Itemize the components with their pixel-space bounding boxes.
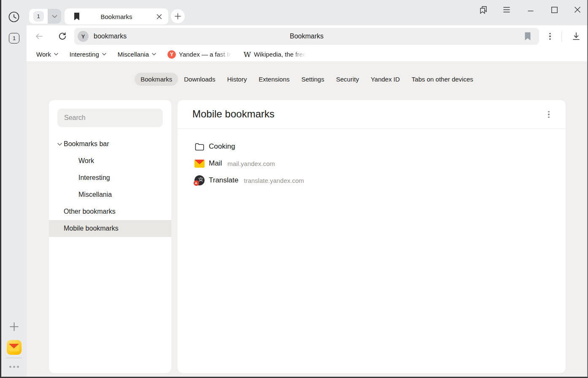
tab-other-devices[interactable]: Tabs on other devices (406, 73, 479, 86)
folder-label: Miscellania (118, 51, 149, 58)
yandex-favicon: Y (167, 50, 176, 59)
tab-group-control[interactable]: 1 (29, 9, 61, 24)
tree-item-miscellania[interactable]: Miscellania (49, 186, 171, 203)
tab-bookmarks[interactable]: Bookmarks (135, 73, 178, 86)
tab-security[interactable]: Security (330, 73, 365, 86)
toolbar: Y bookmarks Bookmarks (27, 25, 587, 47)
chevron-down-icon (54, 53, 58, 56)
more-apps-icon[interactable] (9, 366, 19, 368)
tree-item-mobile-bookmarks[interactable]: Mobile bookmarks (49, 220, 171, 237)
link-label: Wikipedia, the free (254, 51, 306, 58)
menu-icon[interactable] (501, 4, 512, 16)
search-input[interactable] (57, 109, 163, 127)
tree-item-work[interactable]: Work (49, 152, 171, 169)
tree-item-bookmarks-bar[interactable]: Bookmarks bar (49, 136, 171, 152)
bookmark-label: Mail (209, 159, 222, 168)
bookmarks-sidebar: Bookmarks bar Work Interesting Miscellan… (49, 100, 171, 373)
manager-nav: Bookmarks Downloads History Extensions S… (27, 73, 587, 86)
close-tab-icon[interactable] (155, 12, 163, 21)
tree-label: Work (78, 157, 94, 165)
bookmark-flag-icon[interactable] (524, 32, 531, 43)
bookmarks-bar-folder-miscellania[interactable]: Miscellania (118, 51, 156, 58)
bookmark-list: Cooking Mail mail.yandex.com A (178, 129, 566, 189)
chevron-down-icon (102, 53, 106, 56)
folder-tree: Bookmarks bar Work Interesting Miscellan… (49, 136, 171, 237)
reload-icon[interactable] (57, 30, 68, 42)
close-window-icon[interactable] (572, 4, 583, 16)
translate-badge: A (194, 180, 199, 186)
address-page-title: Bookmarks (74, 28, 539, 45)
tab-count: 1 (13, 35, 16, 41)
bookmarks-manager-page: Bookmarks Downloads History Extensions S… (27, 61, 587, 377)
tab-settings[interactable]: Settings (296, 73, 330, 86)
folder-label: Work (36, 51, 51, 58)
bookmarks-bar-folder-work[interactable]: Work (36, 51, 58, 58)
chevron-down-icon[interactable] (49, 143, 64, 146)
tree-label: Interesting (78, 174, 110, 182)
tab-counter-badge[interactable]: 1 (9, 33, 19, 44)
tree-label: Miscellania (78, 191, 112, 199)
tree-item-other-bookmarks[interactable]: Other bookmarks (49, 203, 171, 220)
page-title: Mobile bookmarks (192, 108, 275, 120)
tree-item-interesting[interactable]: Interesting (49, 169, 171, 186)
history-clock-icon[interactable] (8, 11, 20, 23)
list-item-translate[interactable]: A Translate translate.yandex.com (178, 172, 566, 189)
address-bar[interactable]: Y bookmarks Bookmarks (74, 28, 539, 45)
tab-group-count[interactable]: 1 (29, 9, 48, 24)
list-item-cooking[interactable]: Cooking (178, 138, 566, 155)
minimize-icon[interactable] (525, 4, 537, 16)
bookmarks-bar: Work Interesting Miscellania Y Yandex — … (27, 47, 587, 61)
bookmark-url: translate.yandex.com (244, 177, 304, 184)
tab-history[interactable]: History (221, 73, 253, 86)
yandex-translate-icon: A (194, 175, 205, 186)
tab-downloads[interactable]: Downloads (178, 73, 221, 86)
tab-title: Bookmarks (65, 13, 168, 20)
link-label: Yandex — a fast In (179, 51, 232, 58)
bookmarks-main-panel: Mobile bookmarks Cooking Mai (178, 100, 566, 373)
side-rail: 1 (1, 0, 27, 377)
browser-window: 1 1 Bookmarks (0, 0, 588, 378)
bookmark-label: Translate (209, 176, 238, 185)
side-panel-icon[interactable] (477, 4, 489, 16)
folder-kebab-icon[interactable] (544, 109, 554, 120)
chevron-down-icon (152, 53, 156, 56)
yandex-mail-icon (194, 158, 205, 169)
list-item-mail[interactable]: Mail mail.yandex.com (178, 155, 566, 172)
tab-count-badge: 1 (33, 11, 44, 22)
new-tab-button[interactable] (171, 9, 185, 23)
tab-list-dropdown[interactable] (48, 9, 61, 24)
chevron-down-icon (52, 15, 57, 18)
main-header: Mobile bookmarks (178, 100, 566, 128)
bookmark-url: mail.yandex.com (227, 160, 275, 167)
folder-label: Interesting (70, 51, 99, 58)
back-icon[interactable] (33, 30, 45, 42)
tree-label: Other bookmarks (64, 208, 116, 215)
tab-strip: 1 Bookmarks (27, 0, 587, 25)
toolbar-kebab-icon[interactable] (544, 30, 556, 42)
wikipedia-favicon: W (243, 50, 251, 59)
active-tab[interactable]: Bookmarks (65, 8, 168, 24)
tree-label: Bookmarks bar (64, 140, 109, 148)
folder-icon (194, 141, 205, 152)
downloads-icon[interactable] (570, 30, 582, 42)
bookmarks-bar-link-yandex[interactable]: Y Yandex — a fast In (167, 50, 232, 59)
tab-extensions[interactable]: Extensions (253, 73, 295, 86)
rail-divider (6, 358, 22, 358)
yandex-mail-app-icon[interactable] (7, 340, 22, 355)
tab-yandex-id[interactable]: Yandex ID (365, 73, 406, 86)
add-panel-icon[interactable] (9, 321, 19, 332)
maximize-icon[interactable] (548, 4, 560, 16)
toolbar-separator (561, 31, 562, 41)
bookmarks-bar-folder-interesting[interactable]: Interesting (70, 51, 106, 58)
bookmarks-bar-link-wikipedia[interactable]: W Wikipedia, the free (243, 50, 306, 59)
tree-label: Mobile bookmarks (64, 225, 119, 232)
bookmark-label: Cooking (209, 142, 235, 151)
